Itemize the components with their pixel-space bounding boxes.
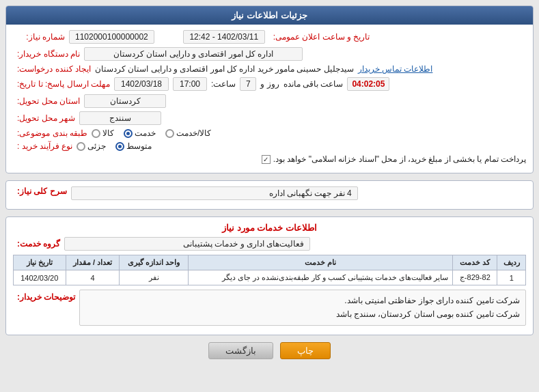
radio-mottavasset[interactable]: متوسط: [115, 141, 152, 151]
baghimande-label: ساعت باقی مانده: [284, 79, 344, 89]
shomare-niaz-label: شماره نیاز:: [17, 32, 65, 42]
pardakht-checkbox-row[interactable]: پرداخت تمام یا بخشی از مبلغ خرید، از محل…: [262, 154, 526, 164]
radio-kala-khadamat-label: کالا/خدمت: [176, 128, 211, 138]
sharh-value: 4 نفر جهت نگهبانی اداره: [71, 186, 358, 200]
nam-dastgah-label: نام دستگاه خریدار:: [17, 49, 80, 59]
ijad-konande-name: سیدجلیل حسینی مامور خرید اداره کل امور ا…: [95, 64, 354, 74]
button-row: چاپ بازگشت: [5, 342, 534, 362]
pardakht-label: پرداخت تمام یا بخشی از مبلغ خرید، از محل…: [273, 154, 526, 164]
table-cell: سایر فعالیت‌های خدمات پشتیبانی کسب و کار…: [188, 270, 453, 285]
rooz-label: روز و: [260, 79, 279, 89]
radio-kala-dot: [92, 129, 100, 138]
khadamat-section-title: اطلاعات خدمات مورد نیاز: [13, 223, 526, 233]
noe-farayand-group: متوسط جزئی: [77, 141, 152, 151]
page-title: جزئیات اطلاعات نیاز: [6, 6, 533, 25]
radio-khadamat-dot: [124, 129, 133, 138]
table-cell: 1402/03/20: [14, 270, 66, 285]
bazgasht-button[interactable]: بازگشت: [208, 342, 273, 359]
radio-khadamat[interactable]: خدمت: [124, 128, 156, 138]
tabaqe-radio-group: کالا/خدمت خدمت کالا: [92, 128, 211, 138]
table-cell: 4: [66, 270, 120, 285]
radio-kala[interactable]: کالا: [92, 128, 114, 138]
ostan-label: استان محل تحویل:: [17, 96, 80, 106]
mohlatErsal-label: مهلت ارسال پاسخ: تا تاریخ:: [17, 79, 110, 89]
col-name: نام خدمت: [188, 255, 453, 270]
ijad-konande-label: ایجاد کننده درخواست:: [17, 64, 91, 74]
radio-kala-khadamat-dot: [165, 129, 174, 138]
radio-mottavasset-dot: [115, 142, 124, 151]
col-tedad: تعداد / مقدار: [66, 255, 120, 270]
tarikh-value: 1402/03/11 - 12:42: [183, 30, 265, 44]
saat-value: 17:00: [173, 77, 207, 91]
goroh-label: گروه خدمت:: [17, 239, 60, 249]
radio-kala-khadamat[interactable]: کالا/خدمت: [165, 128, 211, 138]
noe-farayand-label: نوع فرآیند خرید :: [17, 141, 72, 151]
radio-jaddi-dot: [77, 142, 85, 151]
shomare-niaz-value: 1102000100000002: [69, 30, 154, 44]
table-cell: 829-82-ج: [453, 270, 497, 285]
chap-button[interactable]: چاپ: [280, 342, 331, 359]
tarikh-payan-value: 1402/03/18: [114, 77, 169, 91]
saat-label: ساعت:: [211, 79, 236, 89]
radio-jaddi[interactable]: جزئی: [77, 141, 106, 151]
tozi-line: شرکت تامین کننده دارای جواز حفاظتی امنیت…: [85, 294, 520, 307]
col-tarikh: تاریخ نیاز: [14, 255, 66, 270]
baghimande-value: 04:02:05: [347, 77, 389, 91]
tozi-line: شرکت تامین کننده بومی استان کردستان، سنن…: [85, 307, 520, 321]
contact-link[interactable]: اطلاعات تماس خریدار: [358, 64, 433, 74]
pardakht-checkbox[interactable]: [262, 155, 271, 164]
radio-jaddi-label: جزئی: [87, 141, 106, 151]
services-table: ردیف کد خدمت نام خدمت واحد اندازه گیری ت…: [13, 255, 526, 285]
table-cell: نفر: [120, 270, 188, 285]
shahr-value: سنندج: [79, 111, 161, 125]
shahr-label: شهر محل تحویل:: [17, 113, 75, 123]
col-kod: کد خدمت: [453, 255, 497, 270]
tozi-box: شرکت تامین کننده دارای جواز حفاظتی امنیت…: [79, 290, 526, 326]
table-cell: 1: [497, 270, 526, 285]
goroh-value: فعالیت‌های اداری و خدمات پشتیبانی: [64, 237, 310, 251]
radio-mottavasset-label: متوسط: [126, 141, 152, 151]
table-row: 1829-82-جسایر فعالیت‌های خدمات پشتیبانی …: [14, 270, 526, 285]
tozi-label: توضیحات خریدار:: [17, 292, 75, 302]
nam-dastgah-value: اداره کل امور اقتصادی و دارایی استان کرد…: [84, 47, 303, 61]
ostan-value: کردستان: [84, 94, 166, 108]
radio-kala-label: کالا: [102, 128, 114, 138]
tabaqe-label: طبقه بندی موضوعی:: [17, 128, 87, 138]
col-radif: ردیف: [497, 255, 526, 270]
sharh-label: سرح کلی نیاز:: [17, 186, 67, 196]
radio-khadamat-label: خدمت: [135, 128, 156, 138]
tarikh-label: تاریخ و ساعت اعلان عمومی:: [273, 32, 370, 42]
rooz-value: 7: [240, 77, 256, 91]
col-vahed: واحد اندازه گیری: [120, 255, 188, 270]
